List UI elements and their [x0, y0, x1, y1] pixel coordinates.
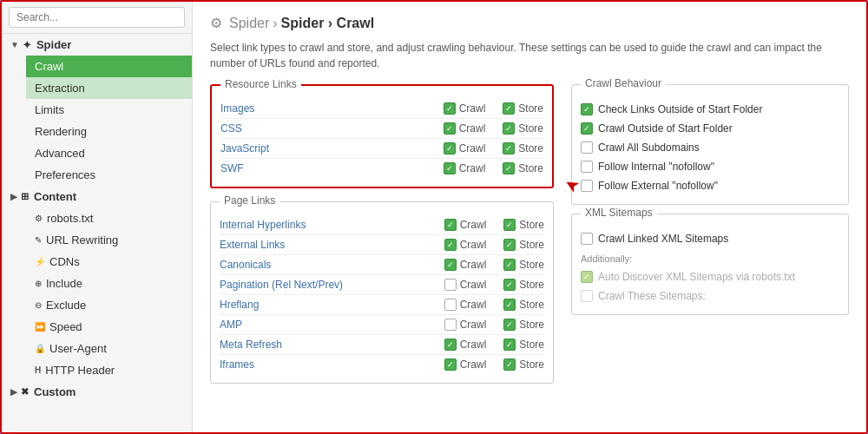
canonicals-label: Canonicals — [220, 259, 444, 271]
swf-checkbox-group: ✓ Crawl ✓ Store — [444, 162, 543, 174]
red-arrow-annotation: ➤ — [561, 172, 584, 197]
content-arrow-icon: ▶ — [10, 192, 17, 201]
http-header-label: HTTP Header — [45, 364, 115, 377]
speed-label: Speed — [49, 320, 82, 333]
pagination-store-checkbox[interactable]: ✓ — [503, 279, 516, 291]
internal-hyperlinks-store-checkbox[interactable]: ✓ — [503, 219, 516, 231]
crawl-linked-xml-label: Crawl Linked XML Sitemaps — [598, 233, 728, 245]
sidebar-group-content[interactable]: ▶ ⊞ Content — [2, 186, 192, 207]
amp-checkbox-group: Crawl ✓ Store — [444, 319, 544, 331]
behaviour-check-links: ✓ Check Links Outside of Start Folder — [581, 100, 839, 119]
cdns-icon: ⚡ — [35, 257, 45, 266]
js-crawl-label: Crawl — [459, 142, 486, 155]
sidebar-group-custom[interactable]: ▶ ✖ Custom — [2, 381, 192, 403]
page-header: ⚙ Spider › Spider › Crawl — [210, 15, 849, 31]
follow-internal-nofollow-label: Follow Internal "nofollow" — [598, 161, 714, 173]
robots-txt-label: robots.txt — [47, 212, 93, 225]
resource-row-canonicals: Canonicals ✓ Crawl ✓ Store — [220, 255, 544, 275]
css-crawl-checkbox[interactable]: ✓ — [444, 122, 456, 135]
external-links-crawl-checkbox[interactable]: ✓ — [444, 239, 457, 251]
page-links-title: Page Links — [220, 194, 279, 207]
sidebar-item-cdns[interactable]: ⚡ CDNs — [26, 251, 192, 273]
resource-links-section: Resource Links Images ✓ Crawl ✓ Store — [210, 84, 554, 188]
follow-external-nofollow-label: Follow External "nofollow" — [598, 180, 718, 192]
include-icon: ⊕ — [35, 279, 42, 288]
pagination-crawl-checkbox[interactable] — [444, 279, 457, 291]
external-links-store-checkbox[interactable]: ✓ — [503, 239, 516, 251]
sidebar-item-rendering[interactable]: Rendering — [26, 121, 192, 142]
content-grid: Resource Links Images ✓ Crawl ✓ Store — [210, 84, 849, 397]
crawl-these-sitemaps-checkbox[interactable] — [581, 290, 593, 302]
internal-hyperlinks-crawl-checkbox[interactable]: ✓ — [444, 219, 457, 231]
meta-refresh-crawl-checkbox[interactable]: ✓ — [444, 339, 457, 351]
sidebar-item-crawl[interactable]: Crawl — [26, 56, 192, 77]
sidebar-item-advanced[interactable]: Advanced — [26, 142, 192, 164]
http-header-icon: H — [35, 365, 41, 375]
amp-store-checkbox[interactable]: ✓ — [503, 319, 516, 331]
behaviour-crawl-outside: ✓ Crawl Outside of Start Folder — [581, 119, 839, 138]
search-box[interactable] — [2, 2, 192, 34]
sidebar-item-exclude[interactable]: ⊖ Exclude — [26, 294, 192, 316]
page-links-section: Page Links Internal Hyperlinks ✓ Crawl ✓… — [210, 201, 554, 384]
custom-arrow-icon: ▶ — [10, 387, 17, 397]
sidebar-item-include[interactable]: ⊕ Include — [26, 273, 192, 294]
custom-icon: ✖ — [21, 386, 29, 398]
user-agent-icon: 🔒 — [35, 344, 45, 353]
swf-store-checkbox[interactable]: ✓ — [503, 162, 515, 174]
search-input[interactable] — [9, 7, 185, 28]
resource-row-amp: AMP Crawl ✓ Store — [220, 315, 544, 335]
user-agent-label: User-Agent — [49, 342, 107, 355]
iframes-store-checkbox[interactable]: ✓ — [503, 358, 516, 371]
iframes-crawl-label: Crawl — [460, 358, 487, 371]
amp-crawl-checkbox[interactable] — [444, 319, 457, 331]
hreflang-crawl-label: Crawl — [460, 299, 487, 311]
iframes-label: Iframes — [220, 358, 444, 371]
crawl-these-sitemaps-row: Crawl These Sitemaps: — [581, 286, 839, 306]
sidebar-group-custom-label: Custom — [34, 385, 76, 398]
swf-crawl-checkbox[interactable]: ✓ — [444, 162, 456, 174]
css-store-checkbox[interactable]: ✓ — [503, 122, 515, 135]
follow-internal-nofollow-checkbox[interactable] — [581, 161, 593, 173]
hreflang-crawl-checkbox[interactable] — [444, 299, 457, 311]
sidebar-nav: ▼ ✦ Spider Crawl Extraction Limits Rende… — [2, 34, 192, 432]
internal-hyperlinks-crawl-label: Crawl — [460, 219, 487, 231]
crawl-linked-xml-checkbox[interactable] — [581, 233, 593, 245]
sidebar-item-extraction[interactable]: Extraction — [26, 77, 192, 99]
breadcrumb-spider: Spider — [229, 16, 269, 31]
sidebar-item-speed[interactable]: ⏩ Speed — [26, 316, 192, 338]
auto-discover-checkbox[interactable]: ✓ — [581, 271, 593, 283]
canonicals-crawl-checkbox[interactable]: ✓ — [444, 259, 457, 271]
url-rewriting-icon: ✎ — [35, 235, 42, 245]
external-links-crawl-label: Crawl — [460, 239, 487, 251]
content-children: ⚙ robots.txt ✎ URL Rewriting ⚡ CDNs ⊕ In… — [2, 207, 192, 381]
crawl-outside-checkbox[interactable]: ✓ — [581, 122, 593, 135]
sidebar-item-preferences[interactable]: Preferences — [26, 164, 192, 186]
pagination-checkbox-group: Crawl ✓ Store — [444, 279, 544, 291]
canonicals-store-checkbox[interactable]: ✓ — [503, 259, 516, 271]
meta-refresh-store-checkbox[interactable]: ✓ — [503, 339, 516, 351]
sidebar-item-http-header[interactable]: H HTTP Header — [26, 359, 192, 381]
js-crawl-checkbox[interactable]: ✓ — [444, 142, 456, 155]
spider-icon: ✦ — [23, 39, 31, 51]
iframes-crawl-checkbox[interactable]: ✓ — [444, 358, 457, 371]
js-store-checkbox[interactable]: ✓ — [503, 142, 515, 155]
js-checkbox-group: ✓ Crawl ✓ Store — [444, 142, 543, 155]
js-store-label: Store — [518, 142, 543, 155]
resource-row-meta-refresh: Meta Refresh ✓ Crawl ✓ Store — [220, 335, 544, 355]
external-links-label: External Links — [220, 239, 444, 251]
sidebar-item-url-rewriting[interactable]: ✎ URL Rewriting — [26, 229, 192, 251]
sidebar-item-robots-txt[interactable]: ⚙ robots.txt — [26, 207, 192, 229]
images-crawl-checkbox[interactable]: ✓ — [444, 102, 456, 115]
swf-crawl-label: Crawl — [459, 162, 486, 174]
hreflang-store-checkbox[interactable]: ✓ — [503, 299, 516, 311]
crawl-behaviour-section: Crawl Behaviour ✓ Check Links Outside of… — [571, 84, 849, 205]
pagination-crawl-label: Crawl — [460, 279, 487, 291]
images-store-checkbox[interactable]: ✓ — [503, 102, 515, 115]
sidebar-group-spider[interactable]: ▼ ✦ Spider — [2, 34, 192, 56]
iframes-store-label: Store — [519, 358, 544, 371]
check-links-checkbox[interactable]: ✓ — [581, 103, 593, 115]
sidebar-item-limits[interactable]: Limits — [26, 99, 192, 121]
sidebar-item-user-agent[interactable]: 🔒 User-Agent — [26, 338, 192, 359]
resource-images-label: Images — [220, 102, 444, 115]
crawl-subdomains-checkbox[interactable] — [581, 141, 593, 154]
